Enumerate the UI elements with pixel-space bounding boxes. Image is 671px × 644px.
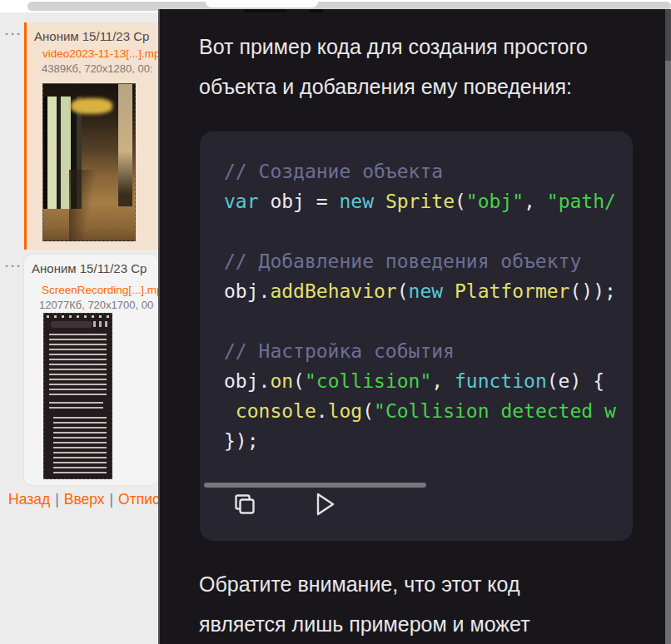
vertical-scrollbar-track[interactable]	[665, 9, 671, 644]
page-top-tab	[206, 0, 318, 7]
file-link[interactable]: video2023-11-13[...].mp4	[42, 47, 158, 60]
chat-outro-text: Обратите внимание, что этот код является…	[199, 564, 649, 644]
post: Аноним 15/11/23 Ср video2023-11-13[...].…	[24, 22, 158, 250]
post-header: Аноним 15/11/23 Ср	[34, 29, 149, 43]
run-code-button[interactable]	[306, 491, 343, 519]
code-horizontal-scrollbar[interactable]	[204, 483, 426, 488]
phone-address-bar	[51, 321, 92, 328]
footer-separator: |	[50, 491, 64, 508]
post-menu-icon[interactable]: ···	[5, 262, 22, 270]
file-info: 12077Кб, 720x1700, 00	[39, 299, 153, 311]
corridor-pillar	[118, 84, 132, 206]
file-link[interactable]: ScreenRecording[...].mp4	[42, 284, 158, 296]
video-thumbnail-phone-screenshot[interactable]	[43, 313, 112, 479]
clipped-element-top	[243, 9, 286, 12]
code-block: // Создание объектаvar obj = new Sprite(…	[200, 131, 633, 541]
outro-line: Обратите внимание, что этот код	[199, 564, 649, 604]
intro-line: Вот пример кода для создания простого	[199, 27, 649, 67]
corridor-ceiling-light	[71, 98, 112, 114]
phone-status-bar	[47, 315, 109, 318]
post-header: Аноним 15/11/23 Ср	[32, 261, 147, 275]
phone-browser-icons	[93, 321, 109, 327]
screen: ··· Аноним 15/11/23 Ср video2023-11-13[.…	[0, 0, 671, 644]
code-lines: // Создание объектаvar obj = new Sprite(…	[224, 156, 633, 456]
chat-intro-text: Вот пример кода для создания простого об…	[199, 27, 649, 107]
play-icon	[311, 491, 338, 518]
copy-code-button[interactable]	[226, 491, 263, 519]
file-info: 4389Кб, 720x1280, 00:	[42, 62, 153, 75]
nav-back-link[interactable]: Назад	[8, 491, 50, 508]
footer-separator: |	[105, 491, 119, 508]
post-menu-icon[interactable]: ···	[5, 30, 22, 38]
vertical-scrollbar-thumb[interactable]	[665, 61, 671, 644]
clipped-element-top	[310, 9, 323, 12]
intro-line: объекта и добавления ему поведения:	[199, 67, 649, 107]
video-thumbnail-corridor[interactable]	[42, 83, 136, 241]
phone-text-block	[49, 334, 106, 395]
nav-up-link[interactable]: Вверх	[64, 491, 105, 508]
copy-icon	[231, 491, 258, 518]
outro-line: является лишь примером и может	[199, 604, 649, 644]
phone-text-block	[49, 402, 103, 412]
corridor-floor-shadow	[69, 170, 97, 240]
post: Аноним 15/11/23 Ср ScreenRecording[...].…	[24, 255, 158, 485]
expanded-image-panel[interactable]: Вот пример кода для создания простого об…	[158, 9, 665, 644]
phone-text-block	[53, 417, 106, 475]
